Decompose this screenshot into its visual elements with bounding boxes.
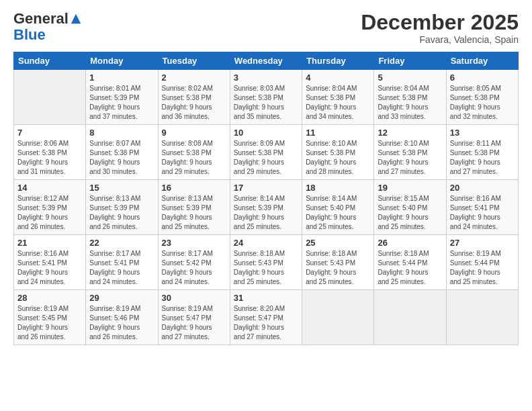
- day-number: 22: [89, 238, 154, 248]
- calendar-cell: [14, 70, 86, 125]
- day-info: Sunrise: 8:04 AMSunset: 5:38 PMDaylight:…: [306, 84, 370, 122]
- day-number: 28: [17, 293, 82, 303]
- calendar-cell: 24Sunrise: 8:18 AMSunset: 5:43 PMDayligh…: [230, 235, 302, 290]
- day-info: Sunrise: 8:08 AMSunset: 5:38 PMDaylight:…: [162, 139, 226, 177]
- day-info: Sunrise: 8:13 AMSunset: 5:39 PMDaylight:…: [162, 194, 226, 232]
- month-title: December 2025: [361, 11, 519, 34]
- day-number: 1: [89, 73, 154, 83]
- calendar-cell: 29Sunrise: 8:19 AMSunset: 5:46 PMDayligh…: [86, 290, 158, 345]
- day-number: 5: [378, 73, 442, 83]
- location-text: Favara, Valencia, Spain: [361, 34, 519, 45]
- calendar-cell: 31Sunrise: 8:20 AMSunset: 5:47 PMDayligh…: [230, 290, 302, 345]
- day-number: 10: [234, 128, 298, 138]
- day-number: 6: [450, 73, 515, 83]
- col-tuesday: Tuesday: [158, 52, 230, 70]
- calendar-cell: 11Sunrise: 8:10 AMSunset: 5:38 PMDayligh…: [302, 125, 374, 180]
- calendar-week-row: 1Sunrise: 8:01 AMSunset: 5:39 PMDaylight…: [14, 70, 519, 125]
- day-number: 30: [162, 293, 226, 303]
- calendar-cell: 9Sunrise: 8:08 AMSunset: 5:38 PMDaylight…: [158, 125, 230, 180]
- day-info: Sunrise: 8:10 AMSunset: 5:38 PMDaylight:…: [306, 139, 370, 177]
- day-info: Sunrise: 8:17 AMSunset: 5:41 PMDaylight:…: [89, 249, 154, 287]
- calendar-cell: 14Sunrise: 8:12 AMSunset: 5:39 PMDayligh…: [14, 180, 86, 235]
- calendar-cell: 4Sunrise: 8:04 AMSunset: 5:38 PMDaylight…: [302, 70, 374, 125]
- calendar-cell: [302, 290, 374, 345]
- day-info: Sunrise: 8:15 AMSunset: 5:40 PMDaylight:…: [378, 194, 442, 232]
- day-info: Sunrise: 8:14 AMSunset: 5:40 PMDaylight:…: [306, 194, 370, 232]
- calendar-cell: 7Sunrise: 8:06 AMSunset: 5:38 PMDaylight…: [14, 125, 86, 180]
- logo-general-text: General: [13, 11, 69, 27]
- col-monday: Monday: [86, 52, 158, 70]
- day-number: 11: [306, 128, 370, 138]
- day-number: 27: [450, 238, 515, 248]
- day-info: Sunrise: 8:10 AMSunset: 5:38 PMDaylight:…: [378, 139, 442, 177]
- calendar-cell: 10Sunrise: 8:09 AMSunset: 5:38 PMDayligh…: [230, 125, 302, 180]
- logo-blue-text: Blue: [13, 26, 46, 43]
- calendar-table: Sunday Monday Tuesday Wednesday Thursday…: [13, 52, 519, 345]
- day-number: 24: [234, 238, 298, 248]
- day-number: 25: [306, 238, 370, 248]
- day-info: Sunrise: 8:14 AMSunset: 5:39 PMDaylight:…: [234, 194, 298, 232]
- day-info: Sunrise: 8:20 AMSunset: 5:47 PMDaylight:…: [234, 304, 298, 342]
- day-info: Sunrise: 8:19 AMSunset: 5:44 PMDaylight:…: [450, 249, 515, 287]
- calendar-cell: 13Sunrise: 8:11 AMSunset: 5:38 PMDayligh…: [446, 125, 518, 180]
- day-number: 7: [17, 128, 82, 138]
- calendar-cell: 5Sunrise: 8:04 AMSunset: 5:38 PMDaylight…: [374, 70, 446, 125]
- day-info: Sunrise: 8:07 AMSunset: 5:38 PMDaylight:…: [89, 139, 154, 177]
- day-info: Sunrise: 8:02 AMSunset: 5:38 PMDaylight:…: [162, 84, 226, 122]
- calendar-cell: 25Sunrise: 8:18 AMSunset: 5:43 PMDayligh…: [302, 235, 374, 290]
- calendar-cell: 16Sunrise: 8:13 AMSunset: 5:39 PMDayligh…: [158, 180, 230, 235]
- col-saturday: Saturday: [446, 52, 518, 70]
- calendar-cell: 3Sunrise: 8:03 AMSunset: 5:38 PMDaylight…: [230, 70, 302, 125]
- calendar-cell: 1Sunrise: 8:01 AMSunset: 5:39 PMDaylight…: [86, 70, 158, 125]
- page-header: General Blue December 2025 Favara, Valen…: [13, 11, 519, 45]
- calendar-week-row: 14Sunrise: 8:12 AMSunset: 5:39 PMDayligh…: [14, 180, 519, 235]
- day-info: Sunrise: 8:17 AMSunset: 5:42 PMDaylight:…: [162, 249, 226, 287]
- calendar-cell: 8Sunrise: 8:07 AMSunset: 5:38 PMDaylight…: [86, 125, 158, 180]
- day-number: 15: [89, 183, 154, 193]
- calendar-cell: 20Sunrise: 8:16 AMSunset: 5:41 PMDayligh…: [446, 180, 518, 235]
- day-info: Sunrise: 8:06 AMSunset: 5:38 PMDaylight:…: [17, 139, 82, 177]
- calendar-cell: 28Sunrise: 8:19 AMSunset: 5:45 PMDayligh…: [14, 290, 86, 345]
- day-info: Sunrise: 8:01 AMSunset: 5:39 PMDaylight:…: [89, 84, 154, 122]
- day-info: Sunrise: 8:16 AMSunset: 5:41 PMDaylight:…: [17, 249, 82, 287]
- day-info: Sunrise: 8:18 AMSunset: 5:44 PMDaylight:…: [378, 249, 442, 287]
- day-number: 2: [162, 73, 226, 83]
- logo-icon: [70, 13, 82, 25]
- calendar-cell: 26Sunrise: 8:18 AMSunset: 5:44 PMDayligh…: [374, 235, 446, 290]
- day-number: 20: [450, 183, 515, 193]
- day-number: 21: [17, 238, 82, 248]
- day-info: Sunrise: 8:12 AMSunset: 5:39 PMDaylight:…: [17, 194, 82, 232]
- calendar-cell: 2Sunrise: 8:02 AMSunset: 5:38 PMDaylight…: [158, 70, 230, 125]
- day-number: 16: [162, 183, 226, 193]
- calendar-cell: 21Sunrise: 8:16 AMSunset: 5:41 PMDayligh…: [14, 235, 86, 290]
- calendar-header-row: Sunday Monday Tuesday Wednesday Thursday…: [14, 52, 519, 70]
- day-number: 18: [306, 183, 370, 193]
- day-number: 13: [450, 128, 515, 138]
- calendar-cell: 18Sunrise: 8:14 AMSunset: 5:40 PMDayligh…: [302, 180, 374, 235]
- calendar-week-row: 21Sunrise: 8:16 AMSunset: 5:41 PMDayligh…: [14, 235, 519, 290]
- day-info: Sunrise: 8:11 AMSunset: 5:38 PMDaylight:…: [450, 139, 515, 177]
- calendar-cell: 15Sunrise: 8:13 AMSunset: 5:39 PMDayligh…: [86, 180, 158, 235]
- day-info: Sunrise: 8:09 AMSunset: 5:38 PMDaylight:…: [234, 139, 298, 177]
- svg-marker-0: [71, 14, 81, 24]
- calendar-cell: [446, 290, 518, 345]
- day-number: 8: [89, 128, 154, 138]
- day-info: Sunrise: 8:04 AMSunset: 5:38 PMDaylight:…: [378, 84, 442, 122]
- title-block: December 2025 Favara, Valencia, Spain: [361, 11, 519, 45]
- day-info: Sunrise: 8:13 AMSunset: 5:39 PMDaylight:…: [89, 194, 154, 232]
- calendar-cell: 30Sunrise: 8:19 AMSunset: 5:47 PMDayligh…: [158, 290, 230, 345]
- day-info: Sunrise: 8:16 AMSunset: 5:41 PMDaylight:…: [450, 194, 515, 232]
- day-number: 23: [162, 238, 226, 248]
- calendar-cell: 22Sunrise: 8:17 AMSunset: 5:41 PMDayligh…: [86, 235, 158, 290]
- day-info: Sunrise: 8:19 AMSunset: 5:47 PMDaylight:…: [162, 304, 226, 342]
- col-friday: Friday: [374, 52, 446, 70]
- page-container: General Blue December 2025 Favara, Valen…: [0, 0, 532, 352]
- calendar-week-row: 28Sunrise: 8:19 AMSunset: 5:45 PMDayligh…: [14, 290, 519, 345]
- col-sunday: Sunday: [14, 52, 86, 70]
- day-number: 4: [306, 73, 370, 83]
- day-number: 26: [378, 238, 442, 248]
- day-number: 29: [89, 293, 154, 303]
- calendar-week-row: 7Sunrise: 8:06 AMSunset: 5:38 PMDaylight…: [14, 125, 519, 180]
- calendar-cell: 6Sunrise: 8:05 AMSunset: 5:38 PMDaylight…: [446, 70, 518, 125]
- calendar-cell: 19Sunrise: 8:15 AMSunset: 5:40 PMDayligh…: [374, 180, 446, 235]
